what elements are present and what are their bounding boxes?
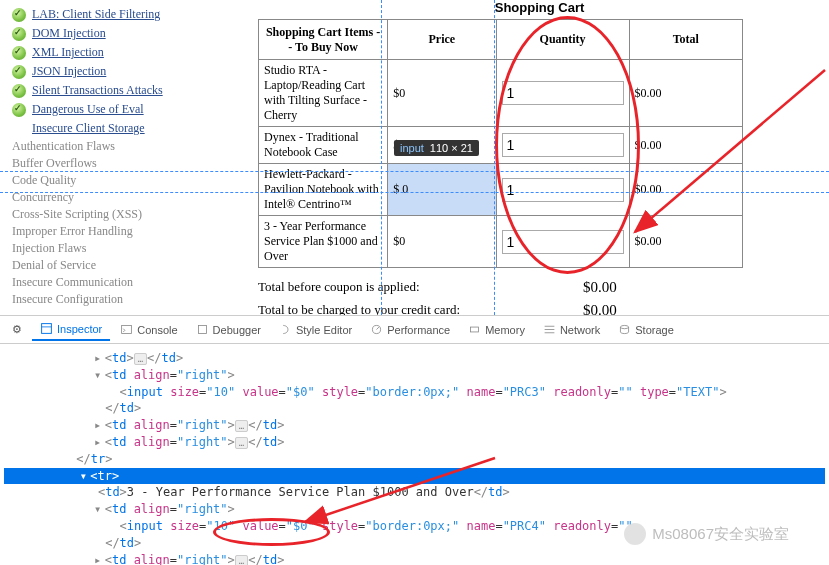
storage-icon	[618, 323, 631, 336]
highlight-guide	[0, 192, 829, 193]
item-price: $0	[388, 216, 496, 268]
svg-rect-4	[471, 327, 479, 332]
sidebar-item-label[interactable]: Insecure Client Storage	[32, 121, 145, 136]
item-qty-cell	[496, 60, 629, 127]
check-icon	[12, 27, 26, 41]
sidebar: LAB: Client Side Filtering DOM Injection…	[0, 0, 200, 313]
tab-memory[interactable]: Memory	[460, 319, 533, 340]
table-row: 3 - Year Performance Service Plan $1000 …	[259, 216, 743, 268]
item-qty-cell	[496, 216, 629, 268]
qty-input[interactable]	[502, 178, 624, 202]
table-row: Studio RTA - Laptop/Reading Cart with Ti…	[259, 60, 743, 127]
style-icon	[279, 323, 292, 336]
sidebar-category[interactable]: Insecure Configuration	[12, 291, 192, 308]
sidebar-item-insecure-client-storage[interactable]: Insecure Client Storage	[12, 119, 192, 138]
total-before-label: Total before coupon is applied:	[258, 279, 583, 296]
total-before-value: $0.00	[583, 279, 743, 296]
check-icon	[12, 46, 26, 60]
sidebar-category[interactable]: Cross-Site Scripting (XSS)	[12, 206, 192, 223]
sidebar-item-label[interactable]: LAB: Client Side Filtering	[32, 7, 160, 22]
item-desc: Dynex - Traditional Notebook Case	[259, 127, 388, 164]
sidebar-item-xml-injection[interactable]: XML Injection	[12, 43, 192, 62]
svg-rect-1	[122, 325, 132, 333]
total-charged-value: $0.00	[583, 302, 743, 315]
highlight-guide	[0, 171, 829, 172]
cart-table: Shopping Cart Items -- To Buy Now Price …	[258, 19, 743, 268]
cart-title: Shopping Cart	[258, 0, 821, 19]
col-price: Price	[388, 20, 496, 60]
network-icon	[543, 323, 556, 336]
tab-performance[interactable]: Performance	[362, 319, 458, 340]
devtools-tabs: ⚙ Inspector Console Debugger Style Edito…	[0, 316, 829, 344]
col-qty: Quantity	[496, 20, 629, 60]
total-charged-label: Total to be charged to your credit card:	[258, 302, 583, 315]
devtools-settings-icon[interactable]: ⚙	[4, 319, 30, 340]
sidebar-category[interactable]: Authentication Flaws	[12, 138, 192, 155]
sidebar-item-json-injection[interactable]: JSON Injection	[12, 62, 192, 81]
sidebar-item-dangerous-eval[interactable]: Dangerous Use of Eval	[12, 100, 192, 119]
perf-icon	[370, 323, 383, 336]
item-qty-cell	[496, 127, 629, 164]
check-icon	[12, 65, 26, 79]
tooltip-tag: input	[400, 142, 424, 154]
sidebar-item-label[interactable]: DOM Injection	[32, 26, 106, 41]
svg-point-5	[621, 325, 629, 328]
sidebar-category[interactable]: Code Quality	[12, 172, 192, 189]
sidebar-item-label[interactable]: XML Injection	[32, 45, 104, 60]
tab-network[interactable]: Network	[535, 319, 608, 340]
sidebar-category[interactable]: Improper Error Handling	[12, 223, 192, 240]
sidebar-item-label[interactable]: Silent Transactions Attacks	[32, 83, 163, 98]
qty-input[interactable]	[502, 230, 624, 254]
memory-icon	[468, 323, 481, 336]
tab-storage[interactable]: Storage	[610, 319, 682, 340]
sidebar-item-silent-transactions[interactable]: Silent Transactions Attacks	[12, 81, 192, 100]
qty-input[interactable]	[502, 81, 624, 105]
item-price: $0	[388, 60, 496, 127]
sidebar-category[interactable]: Injection Flaws	[12, 240, 192, 257]
item-total: $0.00	[629, 127, 742, 164]
svg-rect-2	[198, 325, 206, 333]
col-item: Shopping Cart Items -- To Buy Now	[259, 20, 388, 60]
main-content: Shopping Cart Shopping Cart Items -- To …	[258, 0, 829, 315]
tab-style-editor[interactable]: Style Editor	[271, 319, 360, 340]
console-icon	[120, 323, 133, 336]
highlight-guide	[494, 0, 495, 315]
check-icon	[12, 8, 26, 22]
sidebar-category[interactable]: Denial of Service	[12, 257, 192, 274]
tab-inspector[interactable]: Inspector	[32, 318, 110, 341]
sidebar-item-label[interactable]: JSON Injection	[32, 64, 106, 79]
tab-console[interactable]: Console	[112, 319, 185, 340]
sidebar-item-client-filtering[interactable]: LAB: Client Side Filtering	[12, 5, 192, 24]
table-row: Dynex - Traditional Notebook Case $0 $0.…	[259, 127, 743, 164]
tab-debugger[interactable]: Debugger	[188, 319, 269, 340]
svg-rect-0	[42, 324, 52, 334]
check-icon	[12, 103, 26, 117]
sidebar-category[interactable]: Insecure Communication	[12, 274, 192, 291]
inspector-icon	[40, 322, 53, 335]
tooltip-dims: 110 × 21	[430, 142, 473, 154]
watermark-logo-icon	[624, 523, 646, 545]
col-total: Total	[629, 20, 742, 60]
inspector-tooltip: input 110 × 21	[394, 140, 479, 156]
sidebar-category[interactable]: Buffer Overflows	[12, 155, 192, 172]
item-total: $0.00	[629, 216, 742, 268]
item-total: $0.00	[629, 60, 742, 127]
item-desc: Studio RTA - Laptop/Reading Cart with Ti…	[259, 60, 388, 127]
sidebar-item-dom-injection[interactable]: DOM Injection	[12, 24, 192, 43]
totals-block: Total before coupon is applied: $0.00 To…	[258, 276, 743, 315]
check-icon	[12, 84, 26, 98]
sidebar-item-label[interactable]: Dangerous Use of Eval	[32, 102, 144, 117]
highlight-guide	[381, 0, 382, 315]
item-desc: 3 - Year Performance Service Plan $1000 …	[259, 216, 388, 268]
watermark: Ms08067安全实验室	[624, 523, 789, 545]
qty-input[interactable]	[502, 133, 624, 157]
debugger-icon	[196, 323, 209, 336]
